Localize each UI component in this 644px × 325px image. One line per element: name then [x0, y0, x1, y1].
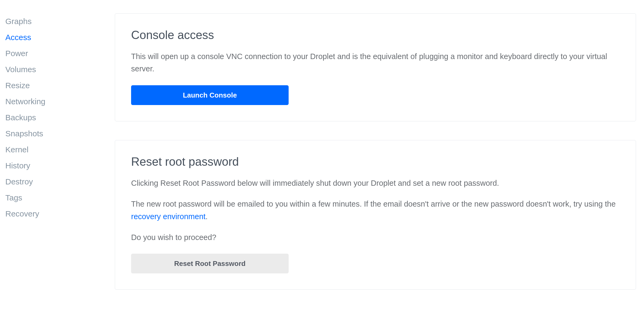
reset-root-password-p2: The new root password will be emailed to…	[131, 198, 620, 223]
sidebar-item-networking[interactable]: Networking	[5, 94, 115, 110]
sidebar-item-power[interactable]: Power	[5, 45, 115, 61]
recovery-environment-link[interactable]: recovery environment	[131, 212, 206, 221]
reset-root-password-p2-suffix: .	[206, 212, 208, 221]
sidebar-item-recovery[interactable]: Recovery	[5, 206, 115, 222]
launch-console-button[interactable]: Launch Console	[131, 85, 289, 105]
main-content: Console access This will open up a conso…	[115, 13, 644, 308]
sidebar-item-access[interactable]: Access	[5, 29, 115, 45]
sidebar-nav: GraphsAccessPowerVolumesResizeNetworking…	[5, 13, 115, 308]
reset-root-password-button[interactable]: Reset Root Password	[131, 254, 289, 273]
sidebar-item-resize[interactable]: Resize	[5, 78, 115, 94]
sidebar-item-volumes[interactable]: Volumes	[5, 61, 115, 78]
sidebar-item-kernel[interactable]: Kernel	[5, 142, 115, 158]
sidebar-item-tags[interactable]: Tags	[5, 190, 115, 206]
reset-root-password-p2-prefix: The new root password will be emailed to…	[131, 200, 616, 208]
reset-root-password-card: Reset root password Clicking Reset Root …	[115, 140, 636, 290]
reset-root-password-p1: Clicking Reset Root Password below will …	[131, 177, 620, 189]
console-access-card: Console access This will open up a conso…	[115, 13, 636, 121]
sidebar-item-history[interactable]: History	[5, 158, 115, 174]
reset-root-password-p3: Do you wish to proceed?	[131, 231, 620, 243]
sidebar-item-snapshots[interactable]: Snapshots	[5, 126, 115, 142]
sidebar-item-backups[interactable]: Backups	[5, 110, 115, 126]
console-access-description: This will open up a console VNC connecti…	[131, 50, 620, 75]
sidebar-item-graphs[interactable]: Graphs	[5, 13, 115, 29]
console-access-title: Console access	[131, 28, 620, 42]
reset-root-password-title: Reset root password	[131, 155, 620, 168]
sidebar-item-destroy[interactable]: Destroy	[5, 174, 115, 190]
